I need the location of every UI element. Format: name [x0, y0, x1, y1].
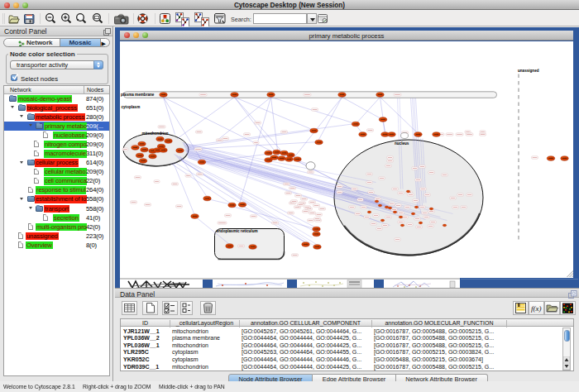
svg-text:nucleus: nucleus: [395, 141, 409, 146]
svg-text:mitochondrion: mitochondrion: [142, 131, 169, 136]
svg-text:f(x): f(x): [531, 304, 542, 313]
svg-text:unassigned: unassigned: [518, 69, 539, 73]
svg-text:endoplasmic reticulum: endoplasmic reticulum: [217, 229, 258, 233]
svg-text:cytoplasm: cytoplasm: [122, 105, 141, 109]
svg-text:plasma membrane: plasma membrane: [121, 93, 155, 97]
